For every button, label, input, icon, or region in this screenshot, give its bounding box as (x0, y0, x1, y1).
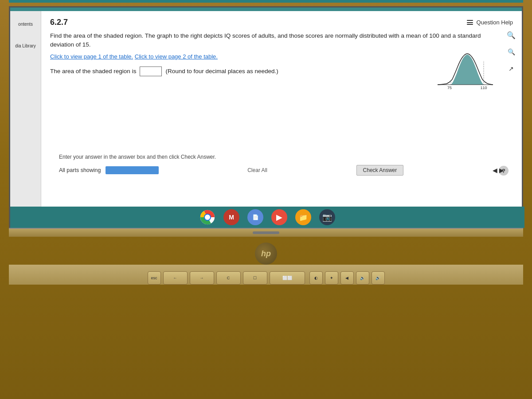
hp-logo-container: hp (9, 240, 523, 265)
label-110: 110 (480, 86, 487, 90)
refresh-key[interactable]: C (216, 271, 241, 285)
taskbar-docs-icon[interactable]: 📄 (247, 209, 263, 225)
bottom-toolbar: All parts showing Clear All Check Answer… (59, 165, 504, 176)
keyboard-area: esc ← → C ☐ ⬜⬜ ◐ ✦ ◀ 🔉 🔊 (9, 265, 523, 285)
nav-arrows: ◀ ▶ (493, 167, 504, 174)
taskbar-mail-icon[interactable]: M (223, 209, 239, 225)
svg-point-2 (205, 215, 210, 220)
answer-prefix: The area of the shaded region is (50, 68, 136, 74)
check-answer-button[interactable]: Check Answer (356, 165, 404, 176)
question-number: 6.2.7 (50, 18, 68, 27)
screenshot-key[interactable]: ☐ (243, 271, 267, 285)
keyboard-row-1: esc ← → C ☐ ⬜⬜ ◐ ✦ ◀ 🔉 🔊 (148, 271, 385, 285)
table-page1-link[interactable]: Click to view page 1 of the table. (50, 53, 133, 60)
sidebar: ontents dia Library (10, 11, 41, 207)
shaded-area (451, 55, 484, 85)
teal-top-bar (9, 0, 523, 3)
mute-key[interactable]: ◀ (340, 271, 354, 285)
app-top-bar (10, 8, 522, 11)
taskbar-youtube-icon[interactable]: ▶ (271, 209, 287, 225)
question-top-bar: 6.2.7 Question Help (50, 18, 513, 27)
question-content: Find the area of the shaded region. The … (50, 31, 513, 200)
table-page2-link[interactable]: Click to view page 2 of the table. (135, 53, 218, 60)
normal-distribution-graph: 75 110 (435, 49, 493, 94)
hp-logo: hp (255, 243, 277, 265)
graph-svg: 75 110 (435, 49, 493, 91)
problem-text: Find the area of the shaded region. The … (50, 31, 513, 50)
taskbar-camera-icon[interactable]: 📷 (319, 209, 335, 225)
esc-key[interactable]: esc (148, 271, 161, 285)
answer-suffix: (Round to four decimal places as needed.… (165, 68, 278, 74)
all-parts-label: All parts showing (59, 167, 101, 173)
main-content: ontents dia Library 6.2.7 (10, 11, 522, 207)
taskbar-chrome-icon[interactable] (200, 209, 215, 225)
list-menu-icon (467, 20, 473, 25)
brightness-down-key[interactable]: ◐ (309, 271, 323, 285)
volume-up-key[interactable]: 🔊 (372, 271, 385, 285)
screen-wrapper: ontents dia Library 6.2.7 (9, 0, 523, 285)
progress-bar (106, 166, 159, 174)
hinge-detail (253, 231, 279, 234)
question-help-button[interactable]: Question Help (467, 19, 513, 26)
question-area: 6.2.7 Question Help 🔍 🔍 ↗ (41, 11, 522, 207)
taskbar: M 📄 ▶ 📁 📷 (10, 207, 524, 228)
sidebar-item-media-library[interactable]: dia Library (10, 42, 41, 50)
sidebar-item-contents[interactable]: ontents (10, 20, 41, 28)
all-parts-section: All parts showing (59, 166, 159, 174)
bottom-instruction: Enter your answer in the answer box and … (59, 154, 216, 160)
answer-input[interactable] (140, 66, 162, 76)
prev-arrow-button[interactable]: ◀ (493, 167, 497, 174)
back-key[interactable]: ← (163, 271, 188, 285)
clear-all-button[interactable]: Clear All (247, 167, 267, 173)
brightness-up-key[interactable]: ✦ (325, 271, 338, 285)
label-75: 75 (447, 86, 452, 90)
taskbar-folder-icon[interactable]: 📁 (295, 209, 311, 225)
laptop-hinge (9, 228, 523, 237)
fullscreen-key[interactable]: ⬜⬜ (270, 271, 305, 285)
screen-area: ontents dia Library 6.2.7 (9, 6, 523, 228)
volume-down-key[interactable]: 🔉 (356, 271, 369, 285)
forward-key[interactable]: → (190, 271, 214, 285)
next-arrow-button[interactable]: ▶ (499, 167, 504, 174)
